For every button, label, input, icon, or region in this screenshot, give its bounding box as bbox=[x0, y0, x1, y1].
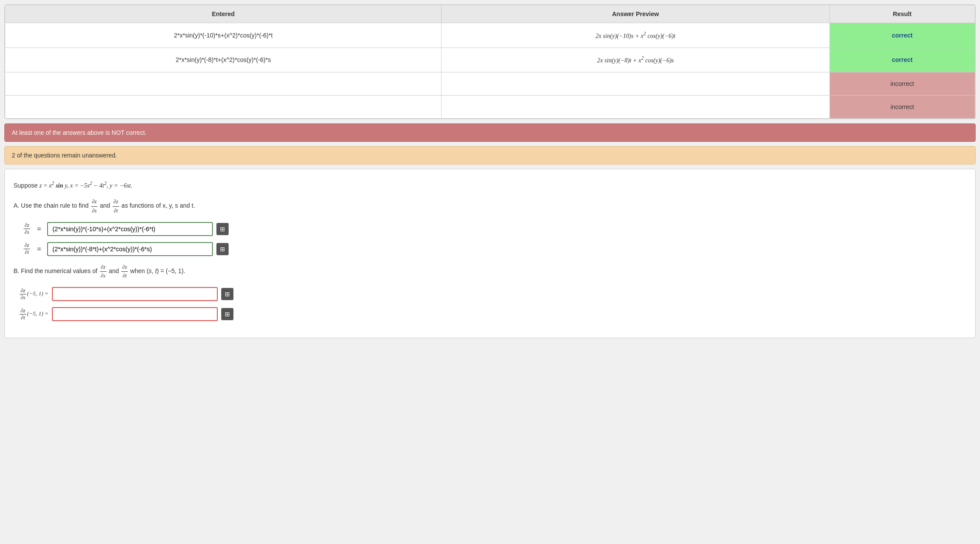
entered-cell bbox=[5, 96, 442, 119]
grid-button-4[interactable]: ⊞ bbox=[221, 308, 233, 320]
input-dz-ds-numerical[interactable] bbox=[52, 287, 218, 301]
preview-value: 2x sin(y)(−10)s + x2 cos(y)(−6)t bbox=[596, 33, 675, 39]
entered-value: 2*x*sin(y)*(-10)*s+(x^2)*cos(y)*(-6)*t bbox=[174, 32, 273, 39]
grid-button-3[interactable]: ⊞ bbox=[221, 288, 233, 300]
equals-sign-1: = bbox=[37, 225, 41, 233]
col-header-result: Result bbox=[829, 5, 975, 23]
alert-unanswered-bar: 2 of the questions remain unanswered. bbox=[4, 146, 976, 164]
table-row: incorrect bbox=[5, 72, 975, 96]
alert-incorrect-text: At least one of the answers above is NOT… bbox=[12, 129, 147, 136]
result-cell: correct bbox=[829, 48, 975, 72]
part-a-instruction: A. Use the chain rule to find ∂z∂s and ∂… bbox=[14, 198, 966, 215]
preview-cell: 2x sin(y)(−8)t + x2 cos(y)(−6)s bbox=[442, 48, 829, 72]
input-dz-dt-numerical[interactable] bbox=[52, 307, 218, 321]
col-header-entered: Entered bbox=[5, 5, 442, 23]
grid-button-1[interactable]: ⊞ bbox=[216, 223, 229, 235]
input-dz-ds[interactable] bbox=[47, 222, 213, 236]
input-row-dz-ds: ∂z∂s = ⊞ bbox=[14, 222, 966, 236]
question-panel: Suppose z = x2 sin y, x = −5s2 − 4t2, y … bbox=[4, 169, 976, 338]
table-row: 2*x*sin(y)*(-10)*s+(x^2)*cos(y)*(-6)*t 2… bbox=[5, 23, 975, 48]
part-b-instruction: B. Find the numerical values of ∂z∂s and… bbox=[14, 263, 966, 280]
result-cell: incorrect bbox=[829, 72, 975, 96]
entered-cell bbox=[5, 72, 442, 96]
alert-unanswered-text: 2 of the questions remain unanswered. bbox=[12, 152, 117, 159]
answer-table-container: Entered Answer Preview Result 2*x*sin(y)… bbox=[4, 4, 976, 119]
question-premise: Suppose z = x2 sin y, x = −5s2 − 4t2, y … bbox=[14, 180, 966, 191]
result-cell: incorrect bbox=[829, 96, 975, 119]
label-dz-ds-numerical: ∂z∂s(−5, 1) = bbox=[14, 287, 48, 301]
input-row-dz-ds-numerical: ∂z∂s(−5, 1) = ⊞ bbox=[14, 287, 966, 301]
label-dz-ds: ∂z∂s bbox=[14, 222, 31, 236]
entered-value: 2*x*sin(y)*(-8)*t+(x^2)*cos(y)*(-6)*s bbox=[175, 56, 271, 63]
preview-cell: 2x sin(y)(−10)s + x2 cos(y)(−6)t bbox=[442, 23, 829, 48]
label-dz-dt: ∂z∂t bbox=[14, 242, 31, 256]
answer-table: Entered Answer Preview Result 2*x*sin(y)… bbox=[5, 5, 975, 119]
entered-cell: 2*x*sin(y)*(-10)*s+(x^2)*cos(y)*(-6)*t bbox=[5, 23, 442, 48]
table-row: 2*x*sin(y)*(-8)*t+(x^2)*cos(y)*(-6)*s 2x… bbox=[5, 48, 975, 72]
input-row-dz-dt: ∂z∂t = ⊞ bbox=[14, 242, 966, 256]
preview-cell bbox=[442, 96, 829, 119]
input-row-dz-dt-numerical: ∂z∂t(−5, 1) = ⊞ bbox=[14, 307, 966, 321]
equals-sign-2: = bbox=[37, 245, 41, 253]
col-header-preview: Answer Preview bbox=[442, 5, 829, 23]
entered-cell: 2*x*sin(y)*(-8)*t+(x^2)*cos(y)*(-6)*s bbox=[5, 48, 442, 72]
preview-cell bbox=[442, 72, 829, 96]
label-dz-dt-numerical: ∂z∂t(−5, 1) = bbox=[14, 308, 48, 321]
input-dz-dt[interactable] bbox=[47, 242, 213, 256]
result-cell: correct bbox=[829, 23, 975, 48]
preview-value: 2x sin(y)(−8)t + x2 cos(y)(−6)s bbox=[597, 57, 674, 64]
alert-incorrect-bar: At least one of the answers above is NOT… bbox=[4, 123, 976, 142]
table-row: incorrect bbox=[5, 96, 975, 119]
grid-button-2[interactable]: ⊞ bbox=[216, 243, 229, 255]
